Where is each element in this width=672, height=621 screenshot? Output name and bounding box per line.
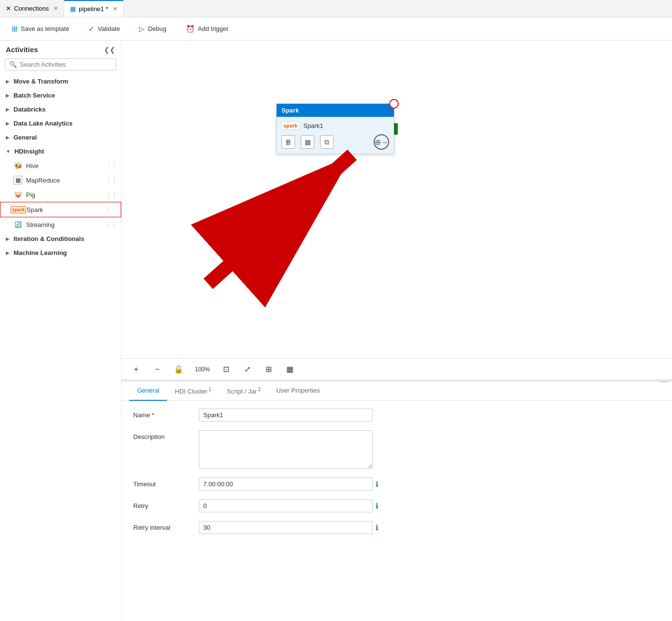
red-arrow [122,41,672,358]
spark-copy-button[interactable]: ⧉ [320,135,334,149]
field-name-label: Name * [133,409,191,419]
validate-icon: ✓ [88,25,95,33]
tab-hdi-cluster[interactable]: HDI Cluster 1 [167,382,219,401]
canvas-toolbar: + − 🔒 100% ⊡ ⤢ ⊞ ▦ [122,358,672,380]
spark-settings-button[interactable]: ▦ [301,135,314,149]
sidebar-item-machine-learning[interactable]: ▶ Machine Learning [0,246,121,260]
add-trigger-button[interactable]: ⏰ Add trigger [182,23,233,35]
minimap-button[interactable]: ▦ [283,363,297,376]
sidebar-item-data-lake-analytics[interactable]: ▶ Data Lake Analytics [0,116,121,130]
zoom-in-button[interactable]: + [129,363,143,376]
tab-pipeline1-close[interactable]: ✕ [113,6,117,12]
hdi-cluster-badge: 1 [207,387,211,392]
activity-item-hive[interactable]: 🐝 Hive ⋮⋮ [0,158,121,173]
activity-label-mapreduce: MapReduce [26,177,60,184]
search-icon: 🔍 [9,61,17,68]
drag-handle-icon: ⋮⋮ [106,221,117,228]
activity-item-spark[interactable]: spark Spark ⋮⋮ [0,202,121,217]
debug-label: Debug [148,25,166,32]
name-input[interactable] [199,409,373,422]
field-description: Description [133,430,660,469]
activity-label-spark: Spark [27,206,43,213]
section-label-general: General [14,134,37,141]
retry-interval-info-icon[interactable]: ℹ [376,523,378,532]
section-label-iteration-conditionals: Iteration & Conditionals [14,235,84,242]
timeout-input-group: ℹ [199,478,660,491]
expand-arrow-icon: ▶ [6,250,10,255]
spark-logo: spark [281,122,299,129]
sidebar-title: Activities [6,45,38,54]
search-box[interactable]: 🔍 [5,58,116,71]
required-indicator: * [152,411,154,419]
field-timeout-label: Timeout [133,478,191,488]
sidebar-item-iteration-conditionals[interactable]: ▶ Iteration & Conditionals [0,232,121,246]
tab-user-properties-label: User Properties [276,387,320,394]
section-label-move-transform: Move & Transform [14,78,68,85]
drag-handle-icon: ⋮⋮ [106,162,117,169]
properties-content: Name * Description Timeout ℹ [122,401,672,621]
tab-connections[interactable]: ✕ Connections ✕ [0,0,64,17]
hive-icon: 🐝 [14,161,22,170]
sidebar-item-hdinsight[interactable]: ▼ HDInsight [0,144,121,158]
fit-screen-button[interactable]: ⊡ [220,363,233,376]
retry-interval-input-group: ℹ [199,521,660,534]
spark-delete-button[interactable]: 🗑 [281,135,295,149]
save-as-template-button[interactable]: ⊞ Save as template [8,23,73,35]
sidebar-item-general[interactable]: ▶ General [0,130,121,144]
toolbar: ⊞ Save as template ✓ Validate ▷ Debug ⏰ … [0,17,672,41]
validate-label: Validate [98,25,120,32]
tab-bar: ✕ Connections ✕ ▦ pipeline1 * ✕ [0,0,672,17]
expand-arrow-icon: ▶ [6,107,10,112]
layout-button[interactable]: ⊞ [262,363,276,376]
save-template-label: Save as template [21,25,69,32]
search-input[interactable] [20,61,112,68]
tab-general[interactable]: General [129,382,167,401]
spark-node-name-row: spark Spark1 [281,122,389,129]
activity-label-pig: Pig [26,191,35,198]
spark-node-body: spark Spark1 🗑 ▦ ⧉ ⊕→ [277,117,394,154]
tab-connections-close[interactable]: ✕ [54,5,58,12]
node-green-connector [394,123,398,135]
sidebar-header: Activities ❮❮ [0,41,121,56]
section-label-machine-learning: Machine Learning [14,249,67,256]
tab-pipeline1[interactable]: ▦ pipeline1 * ✕ [64,0,124,17]
script-jar-badge: 2 [257,387,261,392]
activity-item-mapreduce[interactable]: ▦ MapReduce ⋮⋮ [0,173,121,187]
spark-navigate-button[interactable]: ⊕→ [374,134,389,150]
debug-icon: ▷ [139,25,145,33]
sidebar-item-move-transform[interactable]: ▶ Move & Transform [0,74,121,88]
section-label-batch-service: Batch Service [14,92,55,99]
drag-handle-icon: ⋮⋮ [106,191,117,198]
retry-input[interactable] [199,499,373,512]
expand-arrow-icon: ▶ [6,236,10,241]
spark-node-actions: 🗑 ▦ ⧉ ⊕→ [281,134,389,150]
streaming-icon: 🔄 [14,220,22,229]
activity-item-streaming[interactable]: 🔄 Streaming ⋮⋮ [0,217,121,232]
debug-button[interactable]: ▷ Debug [135,23,170,35]
tab-connections-label: Connections [14,5,49,12]
fullscreen-button[interactable]: ⤢ [241,363,254,376]
expand-arrow-icon: ▶ [6,93,10,98]
timeout-input[interactable] [199,478,373,491]
pipeline-canvas[interactable]: Spark spark Spark1 🗑 ▦ ⧉ ⊕→ [122,41,672,358]
activity-item-pig[interactable]: 🐷 Pig ⋮⋮ [0,187,121,202]
retry-info-icon[interactable]: ℹ [376,502,378,510]
description-textarea[interactable] [199,430,373,469]
retry-interval-input[interactable] [199,521,373,534]
tab-script-jar[interactable]: Script / Jar 2 [219,382,268,401]
spark-node[interactable]: Spark spark Spark1 🗑 ▦ ⧉ ⊕→ [276,103,394,154]
sidebar-item-batch-service[interactable]: ▶ Batch Service [0,88,121,102]
tab-user-properties[interactable]: User Properties [268,382,327,401]
timeout-info-icon[interactable]: ℹ [376,480,378,489]
sidebar-item-databricks[interactable]: ▶ Databricks [0,102,121,116]
sidebar-controls: ❮❮ [104,46,115,54]
validate-button[interactable]: ✓ Validate [84,23,124,35]
zoom-100-button[interactable]: 100% [193,363,212,376]
collapse-icon[interactable]: ❮❮ [104,46,115,54]
pipeline-icon: ▦ [70,5,76,13]
section-label-data-lake-analytics: Data Lake Analytics [14,120,72,127]
lock-button[interactable]: 🔒 [172,363,185,376]
field-retry: Retry ℹ [133,499,660,512]
spark-node-title: Spark [281,107,299,114]
zoom-out-button[interactable]: − [151,363,164,376]
